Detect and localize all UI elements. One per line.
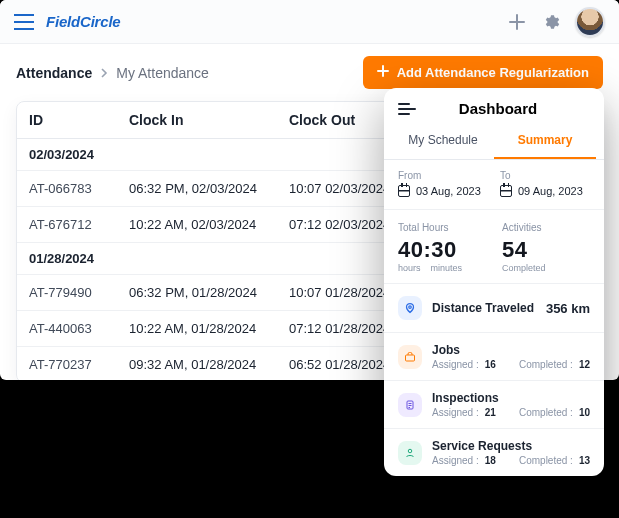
cell-id: AT-676712 (29, 217, 129, 232)
briefcase-icon (398, 345, 422, 369)
date-range: From 03 Aug, 2023 To 09 Aug, 2023 (384, 160, 604, 210)
category-row-jobs[interactable]: Jobs Assigned : 16 Completed : 12 (384, 333, 604, 381)
logo[interactable]: FieldCircle (46, 13, 121, 30)
date-to[interactable]: To 09 Aug, 2023 (500, 170, 590, 197)
cell-clock-in: 10:22 AM, 01/28/2024 (129, 321, 289, 336)
cell-id: AT-066783 (29, 181, 129, 196)
col-id: ID (29, 112, 129, 128)
panel-title: Dashboard (406, 100, 590, 117)
stat-total-hours-value: 40:30 (398, 237, 486, 263)
chevron-right-icon (100, 65, 108, 81)
add-attendance-regularization-button[interactable]: Add Attendance Regularization (363, 56, 603, 89)
add-button-label: Add Attendance Regularization (397, 65, 589, 80)
completed-value: 13 (579, 455, 590, 466)
category-row-inspections[interactable]: Inspections Assigned : 21 Completed : 10 (384, 381, 604, 429)
distance-row: Distance Traveled 356 km (384, 284, 604, 333)
stat-total-hours: Total Hours 40:30 hours minutes (398, 222, 486, 273)
date-from[interactable]: From 03 Aug, 2023 (398, 170, 488, 197)
location-pin-icon (398, 296, 422, 320)
gear-icon[interactable] (541, 12, 561, 32)
date-to-label: To (500, 170, 590, 181)
cell-clock-in: 06:32 PM, 01/28/2024 (129, 285, 289, 300)
menu-icon[interactable] (14, 14, 34, 30)
assigned-value: 18 (485, 455, 496, 466)
svg-point-3 (408, 449, 412, 453)
breadcrumb: Attendance My Attendance (16, 65, 209, 81)
svg-point-0 (409, 306, 412, 309)
tab-summary[interactable]: Summary (494, 123, 596, 159)
plus-icon[interactable] (507, 12, 527, 32)
completed-value: 12 (579, 359, 590, 370)
category-title: Service Requests (432, 439, 590, 453)
breadcrumb-root[interactable]: Attendance (16, 65, 92, 81)
panel-header: Dashboard (384, 88, 604, 123)
svg-rect-1 (406, 355, 415, 361)
completed-value: 10 (579, 407, 590, 418)
col-clock-in: Clock In (129, 112, 289, 128)
cell-clock-in: 06:32 PM, 02/03/2024 (129, 181, 289, 196)
header-left: FieldCircle (14, 13, 121, 30)
stat-activities-value: 54 (502, 237, 590, 263)
completed-label: Completed : (519, 359, 573, 370)
plus-icon (377, 65, 389, 80)
cell-clock-in: 10:22 AM, 02/03/2024 (129, 217, 289, 232)
dashboard-panel: Dashboard My Schedule Summary From 03 Au… (384, 88, 604, 476)
cell-id: AT-770237 (29, 357, 129, 372)
assigned-value: 16 (485, 359, 496, 370)
stat-total-hours-label: Total Hours (398, 222, 486, 233)
category-row-service-requests[interactable]: Service Requests Assigned : 18 Completed… (384, 429, 604, 476)
assigned-label: Assigned : (432, 359, 479, 370)
distance-label: Distance Traveled (432, 301, 534, 315)
stat-activities-sub: Completed (502, 263, 546, 273)
stat-activities-label: Activities (502, 222, 590, 233)
tab-my-schedule[interactable]: My Schedule (392, 123, 494, 159)
assigned-value: 21 (485, 407, 496, 418)
stats-row: Total Hours 40:30 hours minutes Activiti… (384, 210, 604, 284)
assigned-label: Assigned : (432, 407, 479, 418)
assigned-label: Assigned : (432, 455, 479, 466)
date-to-value: 09 Aug, 2023 (518, 185, 583, 197)
category-title: Inspections (432, 391, 590, 405)
calendar-icon (500, 185, 512, 197)
breadcrumb-leaf[interactable]: My Attendance (116, 65, 209, 81)
distance-value: 356 km (546, 301, 590, 316)
cell-id: AT-779490 (29, 285, 129, 300)
panel-tabs: My Schedule Summary (384, 123, 604, 160)
calendar-icon (398, 185, 410, 197)
stat-minutes-sub: minutes (431, 263, 463, 273)
stat-hours-sub: hours (398, 263, 421, 273)
clipboard-icon (398, 393, 422, 417)
date-from-value: 03 Aug, 2023 (416, 185, 481, 197)
cell-clock-in: 09:32 AM, 01/28/2024 (129, 357, 289, 372)
completed-label: Completed : (519, 407, 573, 418)
completed-label: Completed : (519, 455, 573, 466)
service-icon (398, 441, 422, 465)
stat-activities: Activities 54 Completed (502, 222, 590, 273)
app-header: FieldCircle (0, 0, 619, 44)
avatar[interactable] (575, 7, 605, 37)
date-from-label: From (398, 170, 488, 181)
category-title: Jobs (432, 343, 590, 357)
header-right (507, 7, 605, 37)
cell-id: AT-440063 (29, 321, 129, 336)
